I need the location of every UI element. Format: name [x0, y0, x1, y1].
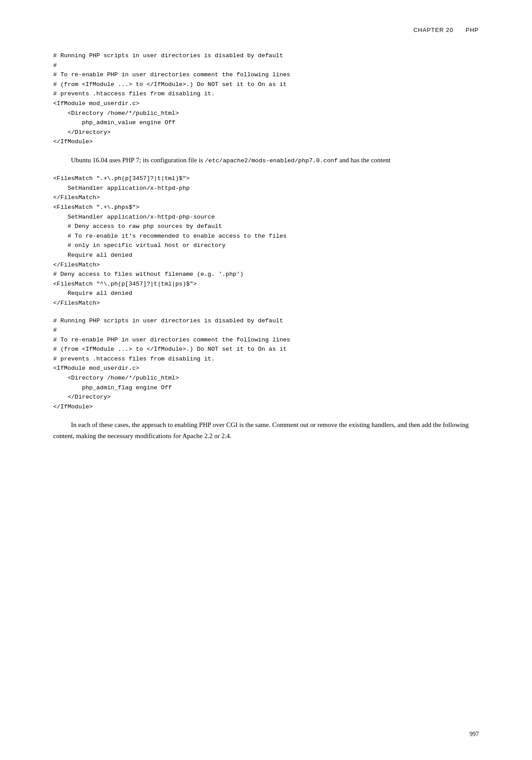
prose-1: Ubuntu 16.04 uses PHP 7; its configurati…	[53, 155, 479, 166]
page-number: 997	[469, 731, 479, 738]
inline-code-path: /etc/apache2/mods-enabled/php7.0.conf	[205, 157, 338, 164]
chapter-header: CHAPTER 20 PHP	[53, 27, 479, 33]
page: CHAPTER 20 PHP # Running PHP scripts in …	[0, 0, 532, 760]
chapter-label: CHAPTER 20	[413, 27, 453, 33]
chapter-title: PHP	[466, 27, 479, 33]
code-block-1: # Running PHP scripts in user directorie…	[53, 51, 479, 147]
code-block-2: <FilesMatch ".+\.ph(p[3457]?|t|tml)$"> S…	[53, 174, 479, 308]
prose-2: In each of these cases, the approach to …	[53, 419, 479, 442]
code-block-3: # Running PHP scripts in user directorie…	[53, 316, 479, 412]
